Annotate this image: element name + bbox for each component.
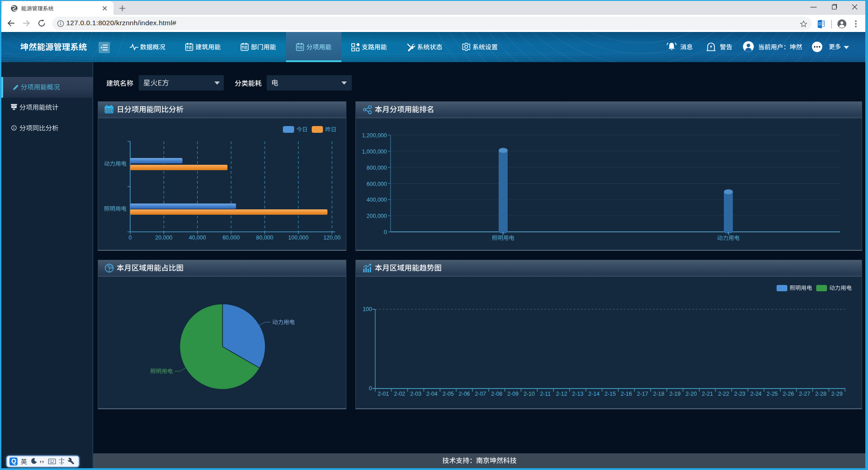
svg-text:2-16: 2-16 xyxy=(621,391,632,397)
svg-text:2-08: 2-08 xyxy=(491,391,502,397)
svg-text:2-12: 2-12 xyxy=(556,391,567,397)
svg-text:2-17: 2-17 xyxy=(637,391,648,397)
svg-text:800,000: 800,000 xyxy=(367,165,387,171)
svg-text:2-20: 2-20 xyxy=(686,391,697,397)
svg-text:2-09: 2-09 xyxy=(507,391,518,397)
svg-text:2-05: 2-05 xyxy=(442,391,454,397)
svg-text:2-10: 2-10 xyxy=(523,391,535,397)
svg-text:2-03: 2-03 xyxy=(410,391,421,397)
svg-text:0: 0 xyxy=(129,235,132,241)
svg-text:120,00: 120,00 xyxy=(323,235,341,241)
svg-text:2-01: 2-01 xyxy=(377,391,389,397)
svg-text:400,000: 400,000 xyxy=(367,197,387,203)
svg-text:100,000: 100,000 xyxy=(288,235,309,241)
svg-text:600,000: 600,000 xyxy=(367,181,387,187)
svg-text:20,000: 20,000 xyxy=(155,235,173,241)
svg-text:2-06: 2-06 xyxy=(459,391,470,397)
svg-text:0: 0 xyxy=(369,385,372,392)
svg-text:2-23: 2-23 xyxy=(734,391,745,397)
svg-text:1,000,000: 1,000,000 xyxy=(362,149,387,155)
svg-text:100: 100 xyxy=(363,306,372,312)
svg-text:2-14: 2-14 xyxy=(588,391,600,397)
svg-text:2-02: 2-02 xyxy=(394,391,405,397)
svg-text:2-29: 2-29 xyxy=(832,391,843,397)
svg-text:2-26: 2-26 xyxy=(783,391,794,397)
svg-text:2-19: 2-19 xyxy=(669,391,681,397)
svg-text:2-27: 2-27 xyxy=(799,391,810,397)
svg-text:2-18: 2-18 xyxy=(653,391,664,397)
svg-text:2-04: 2-04 xyxy=(426,391,437,397)
svg-text:2-07: 2-07 xyxy=(475,391,486,397)
svg-text:2-15: 2-15 xyxy=(604,391,616,397)
svg-text:0: 0 xyxy=(384,229,387,235)
svg-text:2-22: 2-22 xyxy=(718,391,729,397)
svg-text:60,000: 60,000 xyxy=(223,235,240,241)
svg-text:2-11: 2-11 xyxy=(540,391,551,397)
svg-text:2-13: 2-13 xyxy=(572,391,583,397)
svg-text:2-25: 2-25 xyxy=(767,391,778,397)
svg-text:1,200,000: 1,200,000 xyxy=(362,132,387,139)
svg-text:2-24: 2-24 xyxy=(750,391,762,397)
svg-text:40,000: 40,000 xyxy=(189,235,206,241)
svg-text:2-28: 2-28 xyxy=(815,391,827,397)
svg-text:80,000: 80,000 xyxy=(256,235,273,241)
svg-text:2-21: 2-21 xyxy=(702,391,713,397)
svg-text:200,000: 200,000 xyxy=(367,213,387,219)
